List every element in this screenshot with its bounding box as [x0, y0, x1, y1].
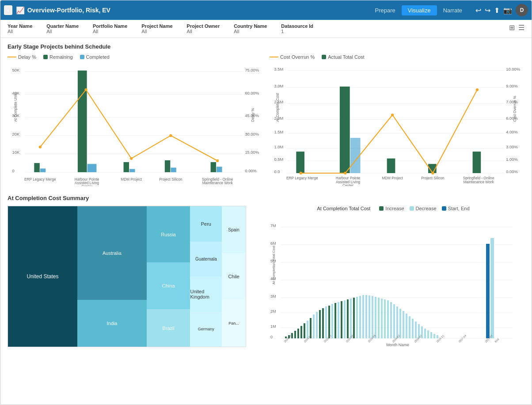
legend-decrease-icon: [410, 206, 414, 211]
svg-point-33: [169, 134, 172, 137]
svg-rect-145: [409, 316, 410, 338]
legend-delay-icon: [8, 57, 16, 57]
svg-text:3.00%: 3.00%: [506, 145, 517, 149]
svg-text:0.00%: 0.00%: [506, 170, 517, 174]
svg-text:50K: 50K: [12, 68, 20, 72]
waterfall-svg: 7M 6M 5M 4M 3M 2M 1M 0: [262, 214, 524, 351]
svg-point-78: [431, 172, 434, 174]
svg-rect-122: [338, 302, 339, 338]
svg-text:2015-01: 2015-01: [323, 334, 332, 343]
treemap-uk: Germany: [190, 312, 222, 347]
svg-rect-111: [304, 323, 305, 338]
treemap-col4: Peru Guatemala United Kingdom Germany: [190, 206, 222, 347]
treemap-russia: Russia: [147, 206, 190, 262]
legend-startend-icon: [442, 206, 446, 211]
svg-text:Project Silicon: Project Silicon: [421, 176, 445, 180]
filter-country-value: All: [234, 29, 267, 34]
legend-overrun-icon: [270, 57, 278, 57]
svg-rect-147: [415, 322, 417, 338]
chart-cost: Cost Overrun % Actual Total Cost 3.5M 3.…: [270, 54, 524, 188]
tab-prepare[interactable]: Prepare: [369, 5, 402, 15]
treemap-china: China: [147, 262, 190, 309]
filter-bar: Year Name All Quarter Name All Portfolio…: [0, 20, 532, 38]
tab-narrate[interactable]: Narrate: [437, 5, 468, 15]
svg-rect-139: [390, 302, 392, 338]
svg-text:Center: Center: [342, 183, 353, 186]
treemap-col2: Australia India: [77, 206, 147, 347]
treemap-col3: Russia China Brazil: [147, 206, 190, 347]
filter-country[interactable]: Country Name All: [234, 23, 267, 34]
svg-text:20K: 20K: [12, 132, 20, 136]
filter-owner-value: All: [187, 29, 220, 34]
svg-text:2015-05: 2015-05: [345, 334, 354, 343]
filter-year[interactable]: Year Name All: [8, 23, 32, 34]
chart1-svg: 50K 40K 30K 20K 10K 0 75.00% 60.00% 45.0…: [8, 62, 262, 186]
header-chart-icon: 📈: [16, 6, 25, 15]
chart1-legend: Delay % Remaining Completed: [8, 54, 262, 60]
export-icon[interactable]: ⬆: [494, 6, 500, 15]
treemap-col5: Spain Chile Pan...: [222, 206, 246, 347]
svg-rect-136: [381, 299, 383, 338]
filter-quarter[interactable]: Quarter Name All: [46, 23, 79, 34]
svg-rect-110: [300, 326, 302, 338]
filter-owner[interactable]: Project Owner All: [187, 23, 220, 34]
svg-text:1.5M: 1.5M: [274, 130, 284, 134]
filter-portfolio-value: All: [93, 29, 127, 34]
svg-rect-25: [129, 169, 135, 172]
header: ‹ 📈 Overview-Portfolio, Risk, EV Prepare…: [0, 0, 532, 20]
svg-rect-138: [387, 300, 389, 338]
legend-startend-label: Start, End: [448, 206, 470, 211]
treemap-brazil: Brazil: [147, 309, 190, 347]
filter-project-value: All: [141, 29, 172, 34]
main-content: Early Stage Projects behind Schedule Del…: [0, 38, 532, 358]
svg-point-76: [344, 172, 346, 174]
svg-rect-121: [334, 303, 336, 338]
filter-owner-label: Project Owner: [187, 23, 220, 29]
svg-rect-150: [424, 329, 426, 338]
legend-delay-label: Delay %: [18, 54, 36, 60]
svg-text:9.00%: 9.00%: [506, 84, 517, 88]
svg-point-31: [84, 88, 87, 91]
legend-completed-icon: [80, 55, 84, 59]
legend-actual-label: Actual Total Cost: [328, 54, 364, 60]
treemap-peru: Peru: [190, 206, 222, 242]
treemap-guatemala: Guatemala: [190, 242, 222, 277]
undo-icon[interactable]: ↩: [475, 6, 481, 15]
svg-rect-114: [313, 314, 315, 338]
svg-rect-118: [325, 307, 327, 338]
svg-rect-151: [427, 330, 429, 338]
filter-actions: ⊞ ☰: [509, 23, 524, 32]
svg-text:3.5M: 3.5M: [274, 67, 284, 72]
back-button[interactable]: ‹: [4, 5, 12, 15]
legend-increase: Increase: [379, 206, 404, 211]
user-avatar[interactable]: D: [516, 4, 528, 16]
svg-rect-112: [307, 321, 308, 338]
svg-text:3.0M: 3.0M: [274, 84, 284, 88]
svg-text:At Complete Units: At Complete Units: [13, 92, 18, 122]
svg-point-32: [130, 157, 133, 160]
legend-actual-cost: Actual Total Cost: [322, 54, 364, 60]
tab-visualize[interactable]: Visualize: [402, 5, 437, 15]
treemap-germany: Spain: [222, 206, 246, 253]
svg-rect-152: [430, 332, 432, 338]
svg-text:75.00%: 75.00%: [245, 68, 259, 72]
menu-icon[interactable]: ☰: [518, 23, 524, 32]
filter-project[interactable]: Project Name All: [141, 23, 172, 34]
svg-rect-74: [473, 151, 481, 173]
svg-rect-140: [393, 304, 395, 338]
grid-icon[interactable]: ⊞: [509, 23, 515, 32]
filter-datasource[interactable]: Datasource Id 1: [281, 23, 313, 34]
svg-rect-27: [171, 168, 176, 172]
svg-text:ERP Legacy Merge: ERP Legacy Merge: [24, 177, 56, 182]
svg-text:1.0M: 1.0M: [274, 145, 284, 149]
svg-text:1.00%: 1.00%: [506, 157, 517, 162]
redo-icon[interactable]: ↪: [485, 6, 490, 15]
svg-rect-120: [331, 304, 333, 338]
svg-point-79: [476, 88, 479, 91]
header-actions: ↩ ↪ ⬆ 📷 D: [475, 4, 528, 16]
filter-year-value: All: [8, 29, 32, 34]
legend-remaining: Remaining: [43, 54, 73, 60]
svg-text:2016-02: 2016-02: [391, 334, 400, 343]
filter-portfolio[interactable]: Portfolio Name All: [93, 23, 127, 34]
screenshot-icon[interactable]: 📷: [503, 6, 512, 15]
